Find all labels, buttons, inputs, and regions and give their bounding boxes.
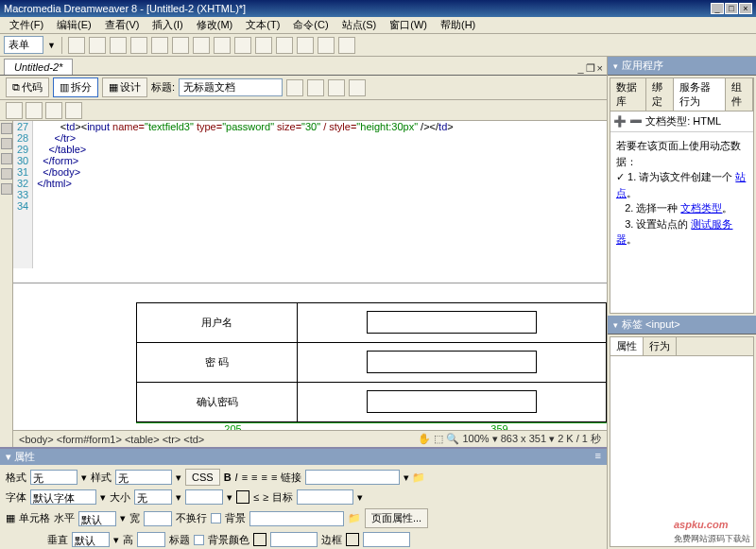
list-icon[interactable] [214, 37, 231, 54]
textfield-icon[interactable] [89, 37, 106, 54]
bgcolor-input[interactable] [270, 532, 318, 547]
insert-category-select[interactable]: 表单 [4, 36, 43, 54]
ct-icon[interactable] [65, 102, 82, 119]
split-view-button[interactable]: ▥ 拆分 [53, 77, 98, 97]
bold-button[interactable]: B [224, 472, 232, 483]
align-right-icon[interactable]: ≡ [261, 472, 266, 483]
align-left-icon[interactable]: ≡ [242, 472, 248, 483]
tab-serverbehaviors[interactable]: 服务器行为 [674, 78, 725, 111]
tab-behaviors[interactable]: 行为 [644, 337, 677, 355]
design-pane[interactable]: 用户名 密 码 确认密码 — 205 — — 359 — — 570 — [13, 283, 607, 431]
password-input[interactable] [367, 351, 537, 373]
maximize-button[interactable]: □ [725, 3, 738, 14]
validate-icon[interactable] [286, 79, 303, 96]
cell-input[interactable] [298, 302, 607, 342]
target-select[interactable] [297, 489, 353, 505]
document-tab[interactable]: Untitled-2* [4, 59, 73, 75]
doc-restore-icon[interactable]: ❐ [586, 62, 595, 75]
format-select[interactable]: 无 [30, 470, 77, 485]
width-input[interactable] [144, 511, 172, 526]
application-panel-header[interactable]: 应用程序 [608, 57, 756, 76]
code-view-button[interactable]: ⧉ 代码 [6, 77, 49, 97]
minimize-button[interactable]: _ [711, 3, 724, 14]
gutter-icon[interactable] [1, 123, 12, 134]
ct-icon[interactable] [6, 102, 23, 119]
align-justify-icon[interactable]: ≡ [271, 472, 277, 483]
italic-button[interactable]: I [235, 472, 238, 483]
site-link[interactable]: 站点 [616, 171, 746, 198]
menu-text[interactable]: 文本(T) [240, 17, 285, 33]
gutter-icon[interactable] [1, 168, 12, 180]
border-swatch[interactable] [346, 533, 359, 546]
cell-label[interactable]: 用户名 [137, 302, 298, 342]
radiogroup-icon[interactable] [193, 37, 210, 54]
vert-select[interactable]: 默认 [72, 532, 110, 547]
username-input[interactable] [367, 311, 537, 334]
fieldset-icon[interactable] [338, 37, 355, 54]
hand-tool-icon[interactable]: ✋ [418, 433, 431, 444]
menu-modify[interactable]: 修改(M) [191, 17, 239, 33]
checkbox-icon[interactable] [151, 37, 168, 54]
filefield-icon[interactable] [276, 37, 293, 54]
border-input[interactable] [363, 532, 410, 547]
close-button[interactable]: × [739, 3, 752, 14]
header-checkbox[interactable] [194, 535, 204, 545]
code-pane[interactable]: 2728293031323334 <td><input name="textfi… [13, 121, 607, 268]
style-select[interactable]: 无 [115, 470, 172, 485]
ct-icon[interactable] [45, 102, 62, 119]
gutter-icon[interactable] [1, 138, 12, 149]
tag-panel-header[interactable]: 标签 <input> [608, 316, 756, 335]
ct-icon[interactable] [26, 102, 43, 119]
refresh-icon[interactable] [328, 79, 345, 96]
browser-icon[interactable] [307, 79, 324, 96]
menu-commands[interactable]: 命令(C) [287, 17, 334, 33]
doctype-link[interactable]: 文档类型 [680, 202, 722, 214]
cell-label[interactable]: 确认密码 [137, 382, 298, 421]
form-icon[interactable] [68, 37, 85, 54]
menu-file[interactable]: 文件(F) [4, 17, 49, 33]
imagefield-icon[interactable] [255, 37, 272, 54]
align-center-icon[interactable]: ≡ [251, 472, 257, 483]
tab-components[interactable]: 组件 [726, 78, 754, 111]
jumpmenu-icon[interactable] [234, 37, 251, 54]
gutter-icon[interactable] [1, 183, 12, 195]
page-properties-button[interactable]: 页面属性... [365, 508, 428, 528]
title-input[interactable]: 无标题文档 [179, 78, 283, 96]
testserver-link[interactable]: 测试服务器 [616, 218, 732, 246]
select-tool-icon[interactable]: ⬚ [434, 433, 443, 444]
doc-minimize-icon[interactable]: _ [577, 62, 583, 75]
doc-close-icon[interactable]: × [597, 62, 603, 75]
hidden-icon[interactable] [110, 37, 127, 54]
gutter-icon[interactable] [1, 153, 12, 164]
zoom-tool-icon[interactable]: 🔍 [446, 433, 459, 444]
cell-label[interactable]: 密 码 [137, 342, 298, 382]
css-button[interactable]: CSS [185, 469, 220, 486]
form-table[interactable]: 用户名 密 码 确认密码 [136, 302, 607, 422]
button-icon[interactable] [297, 37, 314, 54]
bg-input[interactable] [249, 511, 344, 526]
label-icon[interactable] [318, 37, 335, 54]
outdent-icon[interactable]: ≤ [253, 491, 259, 503]
viewopts-icon[interactable] [349, 79, 366, 96]
height-input[interactable] [137, 532, 165, 547]
link-input[interactable] [305, 470, 400, 485]
menu-help[interactable]: 帮助(H) [435, 17, 481, 33]
window-size[interactable]: 863 x 351 [501, 433, 546, 444]
zoom-level[interactable]: 100% [462, 433, 489, 444]
remove-icon[interactable]: ➖ [629, 115, 643, 127]
design-view-button[interactable]: ▦ 设计 [102, 77, 147, 97]
tab-bindings[interactable]: 绑定 [646, 78, 675, 111]
radio-icon[interactable] [172, 37, 189, 54]
tab-database[interactable]: 数据库 [610, 78, 646, 111]
bgcolor-swatch[interactable] [253, 533, 266, 546]
cell-input[interactable] [298, 342, 607, 382]
menu-window[interactable]: 窗口(W) [384, 17, 433, 33]
horz-select[interactable]: 默认 [78, 511, 116, 526]
menu-insert[interactable]: 插入(I) [146, 17, 188, 33]
add-icon[interactable]: ➕ [613, 115, 627, 127]
tab-attributes[interactable]: 属性 [610, 337, 644, 355]
menu-edit[interactable]: 编辑(E) [51, 17, 97, 33]
confirm-input[interactable] [367, 390, 537, 413]
menu-view[interactable]: 查看(V) [99, 17, 146, 33]
size-unit[interactable] [185, 489, 223, 505]
